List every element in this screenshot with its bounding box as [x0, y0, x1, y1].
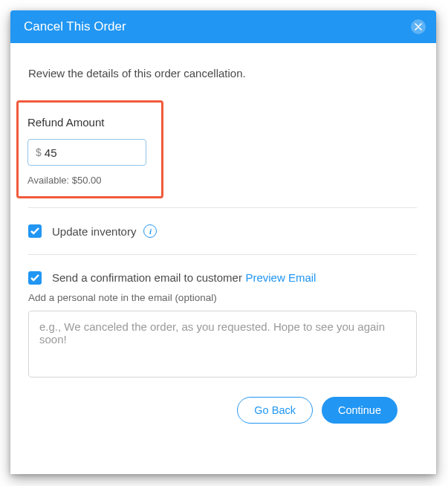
currency-symbol: $ [36, 146, 42, 158]
send-email-checkbox[interactable] [28, 271, 42, 285]
modal-title: Cancel This Order [24, 19, 126, 34]
available-amount-text: Available: $50.00 [27, 175, 149, 186]
update-inventory-checkbox[interactable] [28, 224, 42, 238]
refund-amount-section: Refund Amount $ Available: $50.00 [16, 100, 163, 198]
preview-email-link[interactable]: Preview Email [245, 271, 316, 284]
modal-header: Cancel This Order [10, 10, 436, 43]
update-inventory-label: Update inventory [52, 225, 136, 238]
update-inventory-row: Update inventory i [18, 208, 417, 254]
refund-amount-input[interactable] [45, 146, 138, 159]
refund-amount-label: Refund Amount [27, 116, 149, 129]
check-icon [30, 274, 39, 282]
intro-text: Review the details of this order cancell… [28, 67, 417, 80]
personal-note-label: Add a personal note in the email (option… [28, 292, 417, 303]
go-back-button[interactable]: Go Back [237, 397, 313, 424]
send-email-text-group: Send a confirmation email to customer Pr… [52, 271, 316, 285]
send-email-label: Send a confirmation email to customer [52, 271, 242, 284]
personal-note-textarea[interactable] [28, 311, 417, 378]
refund-amount-input-wrap[interactable]: $ [27, 139, 146, 166]
info-icon[interactable]: i [143, 224, 157, 238]
modal-footer: Go Back Continue [18, 378, 417, 438]
close-button[interactable] [411, 19, 426, 34]
send-email-row: Send a confirmation email to customer Pr… [18, 255, 417, 292]
close-icon [415, 23, 422, 30]
check-icon [30, 227, 39, 235]
modal-body: Review the details of this order cancell… [10, 43, 436, 474]
continue-button[interactable]: Continue [322, 397, 397, 424]
cancel-order-modal: Cancel This Order Review the details of … [10, 10, 436, 474]
